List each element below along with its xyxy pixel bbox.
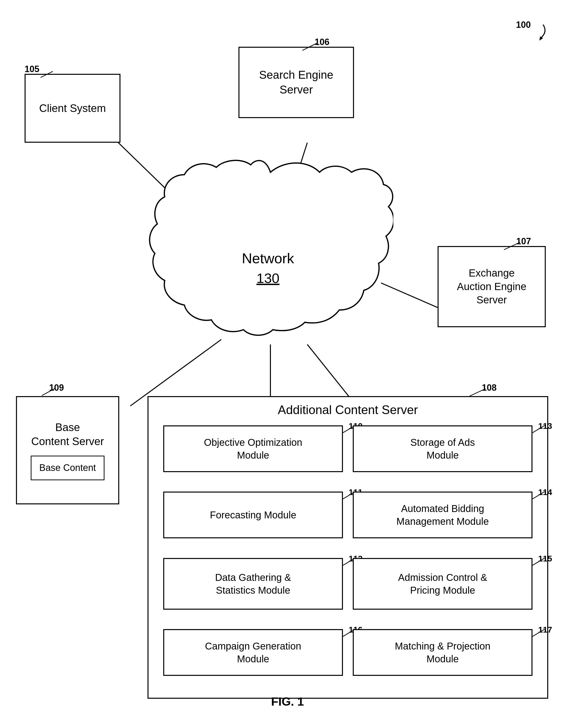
admission-control-pricing-module-label: Admission Control & Pricing Module [398, 571, 487, 597]
cloud-svg: Network 130 [147, 153, 393, 359]
search-engine-server-label: Search Engine Server [259, 68, 333, 97]
svg-line-14 [533, 425, 545, 433]
svg-line-12 [42, 388, 55, 395]
campaign-generation-module-label: Campaign Generation Module [205, 640, 301, 665]
search-engine-server-box: Search Engine Server [238, 47, 354, 118]
ref106-tick [300, 41, 322, 53]
svg-line-9 [504, 242, 520, 250]
ref100-arrow [521, 22, 550, 42]
matching-projection-module-box: Matching & Projection Module [353, 629, 533, 676]
ref107-tick [502, 240, 523, 252]
campaign-generation-module-box: Campaign Generation Module [163, 629, 343, 676]
automated-bidding-management-module-label: Automated Bidding Management Module [397, 502, 489, 528]
data-gathering-statistics-module-box: Data Gathering & Statistics Module [163, 558, 343, 610]
svg-text:Network: Network [242, 250, 295, 266]
ref115-tick [531, 557, 548, 567]
objective-optimization-module-box: Objective Optimization Module [163, 425, 343, 472]
diagram-container: 100 Client System 105 Search Engine Serv… [0, 0, 575, 728]
svg-line-16 [533, 492, 545, 499]
additional-content-server-box: Additional Content Server Objective Opti… [147, 396, 548, 699]
svg-text:130: 130 [257, 271, 279, 286]
data-gathering-statistics-module-label: Data Gathering & Statistics Module [215, 571, 291, 597]
svg-line-7 [40, 71, 53, 77]
client-system-box: Client System [25, 74, 121, 143]
svg-line-20 [533, 629, 545, 636]
ref-105: 105 [25, 64, 39, 74]
network-cloud: Network 130 [147, 153, 393, 359]
svg-line-21 [470, 389, 485, 396]
additional-content-server-label: Additional Content Server [278, 402, 418, 418]
base-content-box: Base Content [31, 456, 104, 480]
exchange-auction-engine-server-label: Exchange Auction Engine Server [457, 266, 527, 307]
admission-control-pricing-module-box: Admission Control & Pricing Module [353, 558, 533, 610]
ref113-tick [531, 424, 548, 434]
ref108-tick [467, 386, 489, 399]
ref114-tick [531, 490, 548, 500]
client-system-label: Client System [39, 101, 106, 115]
exchange-auction-engine-server-box: Exchange Auction Engine Server [438, 246, 546, 327]
svg-line-8 [302, 43, 317, 51]
base-content-label: Base Content [39, 462, 96, 474]
ref105-tick [38, 69, 58, 79]
storage-of-ads-module-label: Storage of Ads Module [410, 436, 475, 462]
base-content-server-label: Base Content Server [31, 420, 104, 448]
fig-label: FIG. 1 [271, 695, 304, 708]
objective-optimization-module-label: Objective Optimization Module [204, 436, 302, 462]
ref109-tick [39, 386, 59, 398]
forecasting-module-label: Forecasting Module [210, 509, 296, 521]
matching-projection-module-label: Matching & Projection Module [395, 640, 491, 665]
storage-of-ads-module-box: Storage of Ads Module [353, 425, 533, 472]
forecasting-module-box: Forecasting Module [163, 492, 343, 538]
svg-line-18 [533, 558, 545, 565]
automated-bidding-management-module-box: Automated Bidding Management Module [353, 492, 533, 538]
ref117-tick [531, 628, 548, 638]
base-content-server-box: Base Content Server Base Content [16, 396, 119, 504]
